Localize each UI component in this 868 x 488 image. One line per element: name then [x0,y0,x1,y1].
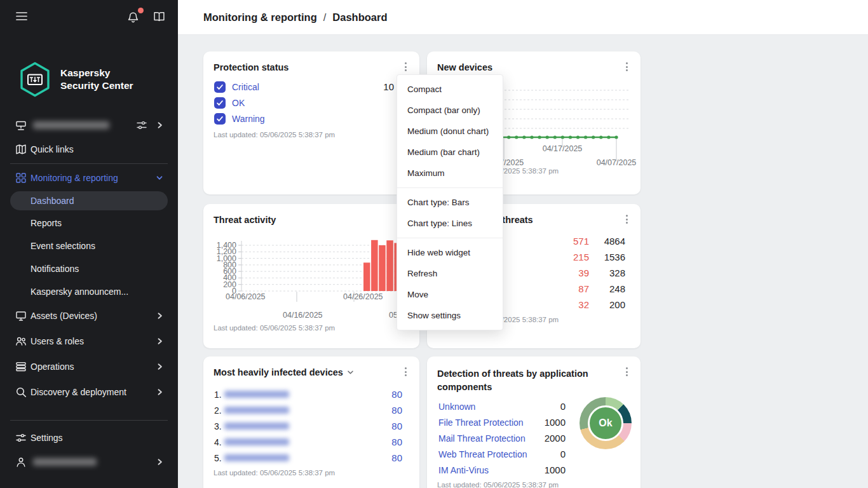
menu-item-compact[interactable]: Compact [397,79,503,100]
device-rank: 2. [214,405,222,416]
breadcrumb-current: Dashboard [332,11,387,24]
menu-item-chart-type-lines[interactable]: Chart type: Lines [397,213,503,234]
protection-filter-warning[interactable]: Warning [214,113,265,125]
protection-filter-ok[interactable]: OK [214,97,245,109]
checkbox-checked-icon[interactable] [214,97,226,109]
infected-device-row: 3.80 [214,418,402,434]
chevron-right-icon [154,310,165,322]
svg-text:04/17/2025: 04/17/2025 [543,144,583,153]
component-link[interactable]: Web Threat Protection [438,449,527,459]
filter-label[interactable]: Warning [232,114,265,124]
sidebar-item-users-roles[interactable]: Users & roles [0,329,178,354]
threat-activity-bar-chart: 02004006008001,0001,2001,40004/06/202504… [214,236,409,322]
notifications-bell-button[interactable] [125,9,142,26]
sidebar-item-account[interactable] [0,450,178,474]
protection-filter-critical[interactable]: Critical [214,81,259,93]
filter-label[interactable]: Critical [232,82,259,92]
users-icon [15,336,27,347]
sidebar-item-quick-links[interactable]: Quick links [0,137,178,161]
infected-device-row: 2.80 [214,402,402,418]
grid-icon [15,172,27,184]
breadcrumb-parent[interactable]: Monitoring & reporting [203,11,317,24]
filter-label[interactable]: OK [232,98,245,108]
widget-threat-activity: Threat activity 02004006008001,0001,2001… [203,204,419,348]
menu-item-medium-donut-chart[interactable]: Medium (donut chart) [397,121,503,142]
widget-menu-kebab-icon[interactable] [620,213,633,226]
infection-count-link[interactable]: 80 [391,452,402,463]
threat-count-active: 215 [551,252,589,262]
chevron-down-icon[interactable] [347,370,354,375]
sidebar-item-label: Dashboard [31,196,74,206]
chevron-right-icon [154,456,165,468]
threat-count-active: 32 [551,299,589,310]
menu-divider [397,187,503,188]
detection-components-table: Unknown0File Threat Protection1000Mail T… [438,398,566,478]
sidebar-item-dashboard[interactable]: Dashboard [10,191,168,210]
menu-item-medium-bar-chart[interactable]: Medium (bar chart) [397,142,503,163]
checkbox-checked-icon[interactable] [214,81,226,93]
kaspersky-logo-icon [18,61,52,98]
sidebar: Kaspersky Security Center Quick linksMon… [0,0,178,488]
redacted-device-name[interactable] [224,407,289,414]
sidebar-item-label: Notifications [31,264,79,274]
widget-menu-kebab-icon[interactable] [620,365,633,378]
menu-item-maximum[interactable]: Maximum [397,163,503,184]
device-rank: 4. [214,437,222,447]
sidebar-item-settings[interactable]: Settings [0,426,178,450]
component-link[interactable]: IM Anti-Virus [438,465,489,475]
checkbox-checked-icon[interactable] [214,113,226,125]
detection-component-row: Mail Threat Protection2000 [438,430,566,446]
sidebar-item-label: Users & roles [31,336,84,346]
threat-count-total: 1536 [589,252,625,262]
widget-menu-kebab-icon[interactable] [620,60,633,73]
documentation-book-button[interactable] [151,8,168,27]
widget-menu-kebab-icon[interactable] [399,60,412,73]
sidebar-item-label: Quick links [31,144,74,154]
redacted-device-name[interactable] [224,454,289,461]
menu-item-refresh[interactable]: Refresh [397,263,503,284]
sidebar-item-discovery-deployment[interactable]: Discovery & deployment [0,379,178,405]
component-link[interactable]: Mail Threat Protection [438,433,526,444]
hamburger-menu-button[interactable] [13,8,31,27]
sidebar-item-event-selections[interactable]: Event selections [0,234,178,257]
component-link[interactable]: File Threat Protection [438,417,524,428]
component-link[interactable]: Unknown [438,402,475,412]
chevron-right-icon [154,336,165,347]
logo-title-line2: Security Center [60,79,133,92]
sidebar-item-monitoring-reporting[interactable]: Monitoring & reporting [0,166,178,190]
redacted-device-name[interactable] [224,438,289,445]
sidebar-item-label: Assets (Devices) [31,311,97,321]
menu-divider [397,238,503,238]
infection-count-link[interactable]: 80 [391,437,402,447]
threat-count-total: 328 [589,268,625,278]
redacted-text [33,458,97,466]
sidebar-item-operations[interactable]: Operations [0,354,178,379]
menu-item-hide-web-widget[interactable]: Hide web widget [397,242,503,263]
sidebar-item-reports[interactable]: Reports [0,212,178,234]
menu-item-show-settings[interactable]: Show settings [397,305,503,326]
redacted-text [33,121,109,129]
menu-item-compact-bar-only[interactable]: Compact (bar only) [397,100,503,121]
kaspersky-logo: Kaspersky Security Center [18,61,133,98]
redacted-device-name[interactable] [224,391,289,398]
sidebar-item-notifications[interactable]: Notifications [0,257,178,280]
threat-count-active: 571 [551,236,589,247]
widget-menu-kebab-icon[interactable] [399,365,412,378]
menu-item-chart-type-bars[interactable]: Chart type: Bars [397,192,503,213]
widget-title: New devices [437,62,492,72]
menu-item-move[interactable]: Move [397,284,503,305]
sidebar-item-label: Event selections [31,241,95,251]
sidebar-item-administration-server[interactable] [0,113,178,137]
device-rank: 1. [214,390,222,400]
sidebar-item-assets-devices[interactable]: Assets (Devices) [0,303,178,329]
sidebar-item-kaspersky-announcements[interactable]: Kaspersky announcem... [0,280,178,303]
infection-count-link[interactable]: 80 [391,405,402,416]
infection-count-link[interactable]: 80 [391,421,402,431]
sidebar-item-label: Settings [31,433,63,443]
detection-donut-chart: Ok [580,397,632,449]
infection-count-link[interactable]: 80 [391,389,402,400]
main-area: Monitoring & reporting / Dashboard Prote… [178,0,868,488]
map-icon [15,144,27,155]
redacted-device-name[interactable] [224,423,289,430]
infected-device-row: 1.80 [214,386,402,402]
